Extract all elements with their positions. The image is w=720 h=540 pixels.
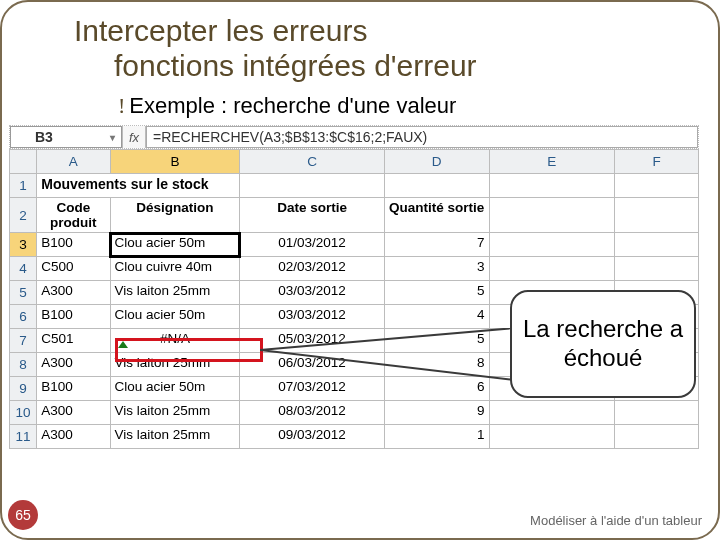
callout-bubble: La recherche a échoué	[510, 290, 696, 398]
row-header-4[interactable]: 4	[10, 257, 37, 281]
formula-input[interactable]: =RECHERCHEV(A3;$B$13:$C$16;2;FAUX)	[146, 126, 698, 148]
name-box[interactable]: B3	[10, 126, 122, 148]
bullet-icon: !	[118, 93, 125, 118]
cell-A7[interactable]: C501	[37, 329, 110, 353]
cell-A4[interactable]: C500	[37, 257, 110, 281]
cell-A6[interactable]: B100	[37, 305, 110, 329]
callout-text: La recherche a échoué	[518, 315, 688, 373]
col-header-B[interactable]: B	[110, 150, 240, 174]
cell-B4[interactable]: Clou cuivre 40m	[110, 257, 240, 281]
cell-D4[interactable]: 3	[384, 257, 489, 281]
col-header-A[interactable]: A	[37, 150, 110, 174]
cell-A11[interactable]: A300	[37, 425, 110, 449]
cell-D10[interactable]: 9	[384, 401, 489, 425]
cell-B6[interactable]: Clou acier 50m	[110, 305, 240, 329]
cell-B8[interactable]: Vis laiton 25mm	[110, 353, 240, 377]
row-header-11[interactable]: 11	[10, 425, 37, 449]
cell-E11[interactable]	[489, 425, 615, 449]
footer-text: Modéliser à l'aide d'un tableur	[530, 513, 702, 528]
cell-D11[interactable]: 1	[384, 425, 489, 449]
col-header-E[interactable]: E	[489, 150, 615, 174]
cell-F11[interactable]	[615, 425, 699, 449]
cell-B7[interactable]: #N/A	[110, 329, 240, 353]
page-number-badge: 65	[8, 500, 38, 530]
row-header-10[interactable]: 10	[10, 401, 37, 425]
cell-D2[interactable]: Quantité sortie	[384, 198, 489, 233]
cell-D6[interactable]: 4	[384, 305, 489, 329]
cell-C1[interactable]	[240, 174, 385, 198]
select-all-corner[interactable]	[10, 150, 37, 174]
cell-C5[interactable]: 03/03/2012	[240, 281, 385, 305]
cell-D7[interactable]: 5	[384, 329, 489, 353]
cell-C2[interactable]: Date sortie	[240, 198, 385, 233]
fx-icon[interactable]: fx	[122, 126, 146, 148]
cell-A8[interactable]: A300	[37, 353, 110, 377]
row-header-2[interactable]: 2	[10, 198, 37, 233]
cell-F10[interactable]	[615, 401, 699, 425]
title-line1: Intercepter les erreurs	[74, 14, 367, 47]
slide-frame: Intercepter les erreurs fonctions intégr…	[0, 0, 720, 540]
row-header-6[interactable]: 6	[10, 305, 37, 329]
col-header-D[interactable]: D	[384, 150, 489, 174]
cell-B10[interactable]: Vis laiton 25mm	[110, 401, 240, 425]
cell-E1[interactable]	[489, 174, 615, 198]
cell-E2[interactable]	[489, 198, 615, 233]
cell-E4[interactable]	[489, 257, 615, 281]
cell-C11[interactable]: 09/03/2012	[240, 425, 385, 449]
cell-F4[interactable]	[615, 257, 699, 281]
cell-B9[interactable]: Clou acier 50m	[110, 377, 240, 401]
error-marker-icon	[118, 341, 128, 348]
slide-title: Intercepter les erreurs fonctions intégr…	[2, 2, 718, 83]
cell-D1[interactable]	[384, 174, 489, 198]
cell-F3[interactable]	[615, 233, 699, 257]
cell-E3[interactable]	[489, 233, 615, 257]
row-header-3[interactable]: 3	[10, 233, 37, 257]
row-header-1[interactable]: 1	[10, 174, 37, 198]
cell-A10[interactable]: A300	[37, 401, 110, 425]
cell-B11[interactable]: Vis laiton 25mm	[110, 425, 240, 449]
cell-D5[interactable]: 5	[384, 281, 489, 305]
cell-C3[interactable]: 01/03/2012	[240, 233, 385, 257]
title-line2: fonctions intégrées d'erreur	[74, 49, 718, 84]
cell-B2[interactable]: Désignation	[110, 198, 240, 233]
row-header-5[interactable]: 5	[10, 281, 37, 305]
cell-A5[interactable]: A300	[37, 281, 110, 305]
cell-F1[interactable]	[615, 174, 699, 198]
cell-C7[interactable]: 05/03/2012	[240, 329, 385, 353]
col-header-F[interactable]: F	[615, 150, 699, 174]
cell-C10[interactable]: 08/03/2012	[240, 401, 385, 425]
cell-C9[interactable]: 07/03/2012	[240, 377, 385, 401]
cell-C6[interactable]: 03/03/2012	[240, 305, 385, 329]
cell-C8[interactable]: 06/03/2012	[240, 353, 385, 377]
cell-F2[interactable]	[615, 198, 699, 233]
row-header-8[interactable]: 8	[10, 353, 37, 377]
col-header-C[interactable]: C	[240, 150, 385, 174]
cell-E10[interactable]	[489, 401, 615, 425]
slide-subtitle: !Exemple : recherche d'une valeur	[2, 83, 718, 125]
cell-C4[interactable]: 02/03/2012	[240, 257, 385, 281]
cell-A2[interactable]: Code produit	[37, 198, 110, 233]
spreadsheet: B3 fx =RECHERCHEV(A3;$B$13:$C$16;2;FAUX)…	[9, 125, 699, 449]
cell-D8[interactable]: 8	[384, 353, 489, 377]
cell-A9[interactable]: B100	[37, 377, 110, 401]
cell-A1[interactable]: Mouvements sur le stock	[37, 174, 240, 198]
cell-A3[interactable]: B100	[37, 233, 110, 257]
cell-B3[interactable]: Clou acier 50m	[110, 233, 240, 257]
formula-bar: B3 fx =RECHERCHEV(A3;$B$13:$C$16;2;FAUX)	[9, 125, 699, 149]
row-header-7[interactable]: 7	[10, 329, 37, 353]
cell-D3[interactable]: 7	[384, 233, 489, 257]
cell-B5[interactable]: Vis laiton 25mm	[110, 281, 240, 305]
cell-D9[interactable]: 6	[384, 377, 489, 401]
row-header-9[interactable]: 9	[10, 377, 37, 401]
